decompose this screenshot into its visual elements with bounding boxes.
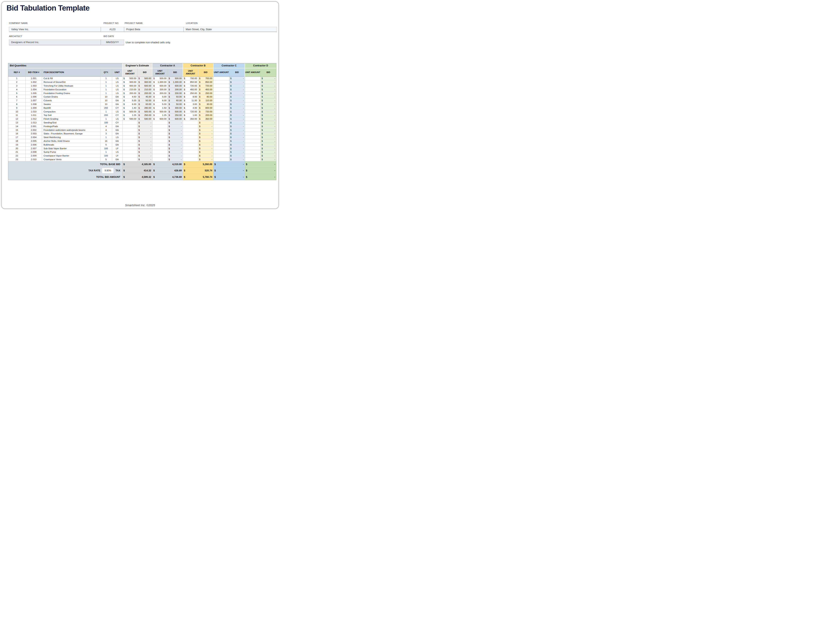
cell-item[interactable]: 2.006: [25, 143, 42, 147]
cell-unit[interactable]: LF: [112, 147, 122, 150]
cell-b-u[interactable]: [183, 147, 198, 150]
cell-item[interactable]: 1.001: [25, 77, 42, 80]
cell-b-u[interactable]: $250.00: [183, 91, 198, 95]
cell-ref[interactable]: 1: [8, 77, 25, 80]
cell-a-u[interactable]: [152, 121, 167, 125]
project-no-field[interactable]: A123: [101, 27, 124, 32]
cell-desc[interactable]: Foundation walls/stem walls/grade beams: [42, 128, 100, 132]
cell-b-u[interactable]: $700.00: [183, 77, 198, 80]
cell-d-u[interactable]: [245, 150, 261, 154]
cell-c-u[interactable]: [213, 132, 229, 136]
cell-ee-u[interactable]: [122, 154, 137, 158]
cell-item[interactable]: 2.004: [25, 136, 42, 139]
cell-c-u[interactable]: [213, 143, 229, 147]
cell-desc[interactable]: Removal of Stone/Dirt: [42, 80, 100, 84]
cell-c-u[interactable]: [213, 91, 229, 95]
cell-d-u[interactable]: [245, 103, 261, 106]
cell-c-u[interactable]: [213, 136, 229, 139]
cell-ref[interactable]: 12: [8, 117, 25, 121]
cell-ee-u[interactable]: [122, 132, 137, 136]
cell-a-u[interactable]: [152, 136, 167, 139]
cell-item[interactable]: 1.005: [25, 91, 42, 95]
cell-d-u[interactable]: [245, 136, 261, 139]
cell-d-u[interactable]: [245, 95, 261, 99]
cell-ref[interactable]: 14: [8, 124, 25, 128]
cell-desc[interactable]: Crawlspace Vapor Barrier: [42, 154, 100, 158]
cell-ref[interactable]: 18: [8, 139, 25, 143]
cell-d-u[interactable]: [245, 132, 261, 136]
cell-d-u[interactable]: [245, 158, 261, 161]
cell-c-u[interactable]: [213, 128, 229, 132]
cell-qty[interactable]: 10: [100, 99, 112, 103]
cell-ee-u[interactable]: [122, 128, 137, 132]
cell-ee-u[interactable]: [122, 150, 137, 154]
cell-c-u[interactable]: [213, 121, 229, 125]
cell-item[interactable]: 2.008: [25, 150, 42, 154]
cell-d-u[interactable]: [245, 139, 261, 143]
cell-item[interactable]: 1.003: [25, 84, 42, 88]
cell-item[interactable]: 1.006: [25, 95, 42, 99]
cell-item[interactable]: 2.009: [25, 154, 42, 158]
cell-ee-u[interactable]: $4.50: [122, 95, 137, 99]
cell-ee-u[interactable]: $5.00: [122, 99, 137, 103]
cell-desc[interactable]: Top Soil: [42, 113, 100, 117]
cell-b-u[interactable]: $3.00: [183, 103, 198, 106]
cell-desc[interactable]: Anchor Bolts, Hold Downs: [42, 139, 100, 143]
cell-item[interactable]: 1.012: [25, 117, 42, 121]
cell-qty[interactable]: 100: [100, 154, 112, 158]
cell-ref[interactable]: 3: [8, 84, 25, 88]
cell-b-u[interactable]: [183, 128, 198, 132]
cell-desc[interactable]: Seeding/Sod: [42, 121, 100, 125]
cell-ee-u[interactable]: $200.00: [122, 91, 137, 95]
cell-ee-u[interactable]: $900.00: [122, 80, 137, 84]
cell-b-u[interactable]: [183, 150, 198, 154]
cell-c-u[interactable]: [213, 150, 229, 154]
cell-a-u[interactable]: $1.25: [152, 113, 167, 117]
project-name-field[interactable]: Project Beta: [124, 27, 183, 32]
cell-a-u[interactable]: [152, 128, 167, 132]
cell-c-u[interactable]: [213, 106, 229, 110]
cell-d-u[interactable]: [245, 87, 261, 91]
cell-a-u[interactable]: $5.00: [152, 103, 167, 106]
cell-ee-u[interactable]: $6.00: [122, 103, 137, 106]
cell-a-u[interactable]: [152, 132, 167, 136]
cell-unit[interactable]: EA: [112, 95, 122, 99]
cell-a-u[interactable]: $1.50: [152, 106, 167, 110]
cell-ee-u[interactable]: $210.00: [122, 87, 137, 91]
cell-item[interactable]: 1.013: [25, 121, 42, 125]
cell-desc[interactable]: Slabs - Foundation, Basement, Garage: [42, 132, 100, 136]
cell-unit[interactable]: LS: [112, 136, 122, 139]
cell-item[interactable]: 2.001: [25, 124, 42, 128]
cell-unit[interactable]: EA: [112, 143, 122, 147]
cell-desc[interactable]: Bulkheads: [42, 143, 100, 147]
cell-ee-u[interactable]: $500.00: [122, 110, 137, 113]
cell-item[interactable]: 2.002: [25, 128, 42, 132]
cell-b-u[interactable]: [183, 132, 198, 136]
cell-qty[interactable]: 1: [100, 136, 112, 139]
cell-item[interactable]: 2.010: [25, 158, 42, 161]
cell-ref[interactable]: 15: [8, 128, 25, 132]
cell-a-u[interactable]: [152, 143, 167, 147]
cell-ref[interactable]: 9: [8, 106, 25, 110]
cell-desc[interactable]: Steel Reinforcing: [42, 136, 100, 139]
cell-qty[interactable]: 10: [100, 103, 112, 106]
cell-item[interactable]: 1.010: [25, 110, 42, 113]
cell-a-u[interactable]: $5.00: [152, 95, 167, 99]
cell-desc[interactable]: Curtain Drains: [42, 95, 100, 99]
cell-c-u[interactable]: [213, 147, 229, 150]
cell-d-u[interactable]: [245, 154, 261, 158]
cell-desc[interactable]: Footings/Pads: [42, 124, 100, 128]
cell-ref[interactable]: 16: [8, 132, 25, 136]
cell-b-u[interactable]: [183, 154, 198, 158]
cell-c-u[interactable]: [213, 80, 229, 84]
cell-item[interactable]: 2.003: [25, 132, 42, 136]
cell-c-u[interactable]: [213, 158, 229, 161]
location-field[interactable]: Main Street, City, State: [183, 27, 277, 32]
cell-desc[interactable]: Trenching For Utility Hookups: [42, 84, 100, 88]
cell-d-u[interactable]: [245, 121, 261, 125]
cell-b-u[interactable]: [183, 124, 198, 128]
cell-qty[interactable]: 1: [100, 80, 112, 84]
cell-ee-u[interactable]: $500.00: [122, 77, 137, 80]
cell-d-u[interactable]: [245, 117, 261, 121]
cell-desc[interactable]: Backfill: [42, 106, 100, 110]
